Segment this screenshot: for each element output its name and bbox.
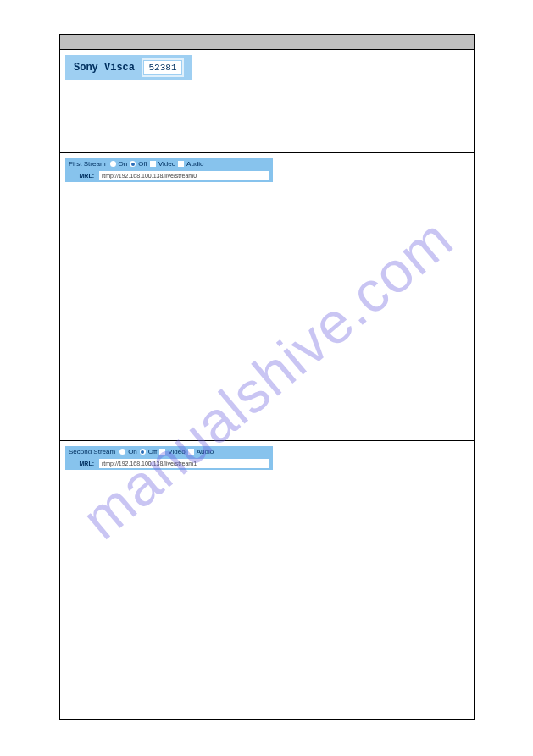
first-stream-mrl-row: MRL: rtmp://192.168.100.138/live/stream0 <box>65 169 273 182</box>
second-stream-on-label: On <box>128 448 137 455</box>
cell-empty <box>297 50 474 152</box>
cell-empty <box>297 153 474 440</box>
cell-empty <box>297 441 474 720</box>
first-stream-off-radio[interactable] <box>130 161 136 167</box>
table-row: Second Stream On Off Video Audio MRL: rt… <box>60 441 474 720</box>
cell-second-stream: Second Stream On Off Video Audio MRL: rt… <box>60 441 297 720</box>
page-table: Sony Visca 52381 First Stream On Off Vid… <box>59 34 475 720</box>
table-row: First Stream On Off Video Audio MRL: rtm… <box>60 153 474 441</box>
table-row: Sony Visca 52381 <box>60 50 474 153</box>
first-stream-audio-checkbox[interactable] <box>178 161 184 167</box>
second-stream-off-label: Off <box>148 448 158 455</box>
first-stream-video-label: Video <box>158 160 175 168</box>
first-stream-mrl-input[interactable]: rtmp://192.168.100.138/live/stream0 <box>99 171 269 180</box>
second-stream-on-radio[interactable] <box>119 449 125 455</box>
table-header-row <box>60 35 474 50</box>
second-stream-mrl-label: MRL: <box>69 461 94 466</box>
second-stream-video-label: Video <box>168 448 185 455</box>
second-stream-panel: Second Stream On Off Video Audio MRL: rt… <box>65 446 273 470</box>
first-stream-title: First Stream <box>69 160 106 168</box>
first-stream-mrl-label: MRL: <box>69 173 94 179</box>
second-stream-video-checkbox[interactable] <box>159 449 165 455</box>
second-stream-audio-checkbox[interactable] <box>188 449 194 455</box>
second-stream-title: Second Stream <box>69 448 115 455</box>
table-header-left <box>60 35 297 49</box>
first-stream-audio-label: Audio <box>186 160 203 168</box>
cell-first-stream: First Stream On Off Video Audio MRL: rtm… <box>60 153 297 440</box>
second-stream-mrl-row: MRL: rtmp://192.168.100.138/live/stream1 <box>65 457 273 470</box>
first-stream-header: First Stream On Off Video Audio <box>65 158 273 169</box>
table-header-right <box>297 35 474 49</box>
first-stream-video-checkbox[interactable] <box>150 161 156 167</box>
second-stream-mrl-input[interactable]: rtmp://192.168.100.138/live/stream1 <box>99 459 269 468</box>
second-stream-off-radio[interactable] <box>140 449 146 455</box>
sony-visca-panel: Sony Visca 52381 <box>65 55 192 80</box>
first-stream-on-radio[interactable] <box>110 161 116 167</box>
second-stream-header: Second Stream On Off Video Audio <box>65 446 273 457</box>
first-stream-off-label: Off <box>138 160 147 168</box>
cell-sony-visca: Sony Visca 52381 <box>60 50 297 152</box>
sony-visca-port-input[interactable]: 52381 <box>143 60 182 75</box>
second-stream-audio-label: Audio <box>197 448 214 455</box>
first-stream-on-label: On <box>119 160 128 168</box>
first-stream-panel: First Stream On Off Video Audio MRL: rtm… <box>65 158 273 182</box>
sony-visca-label: Sony Visca <box>74 62 135 74</box>
